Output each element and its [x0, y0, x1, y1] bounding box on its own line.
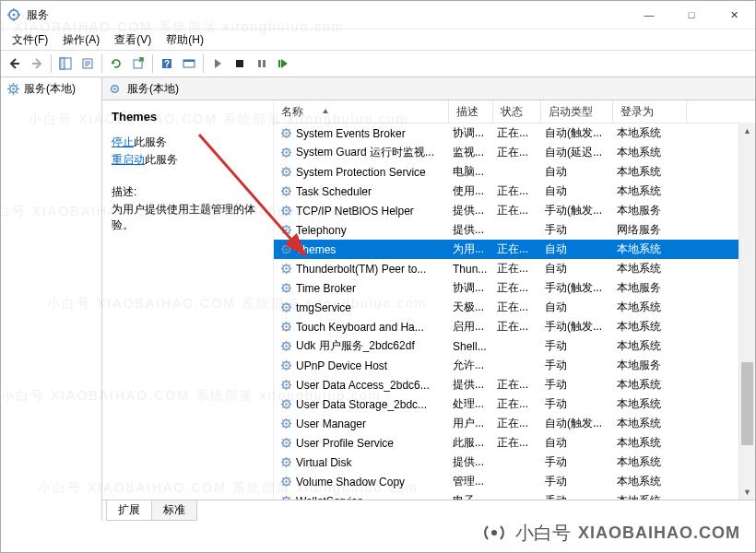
cell-description: 天极...: [449, 300, 493, 315]
help-button[interactable]: ?: [157, 53, 177, 74]
svg-line-144: [282, 330, 283, 331]
svg-line-31: [17, 92, 18, 93]
gear-icon: [279, 475, 293, 488]
svg-line-222: [282, 477, 283, 478]
forward-button[interactable]: [27, 53, 47, 74]
svg-line-123: [289, 291, 290, 292]
tab-standard[interactable]: 标准: [151, 500, 197, 521]
nav-services-local[interactable]: 服务(本地): [1, 77, 101, 100]
service-row[interactable]: User Data Access_2bdc6...提供...正在...手动本地系…: [274, 375, 755, 394]
scroll-thumb[interactable]: [741, 362, 753, 445]
svg-point-117: [285, 287, 287, 288]
list-header: 名称 描述 状态 启动类型 登录为: [274, 100, 755, 124]
cell-logon: 本地服务: [613, 358, 678, 373]
gear-icon: [279, 184, 293, 198]
back-button[interactable]: [5, 53, 25, 74]
svg-point-187: [285, 422, 287, 424]
console-button[interactable]: [179, 53, 199, 74]
svg-point-1: [13, 14, 16, 17]
menu-view[interactable]: 查看(V): [107, 30, 159, 50]
menu-help[interactable]: 帮助(H): [159, 30, 211, 50]
svg-line-223: [289, 485, 290, 486]
column-status[interactable]: 状态: [493, 100, 541, 123]
column-startup[interactable]: 启动类型: [541, 100, 613, 123]
svg-line-173: [289, 388, 290, 389]
svg-point-97: [285, 248, 287, 250]
cell-startup: 手动: [541, 493, 613, 500]
cell-description: Thun...: [449, 263, 493, 276]
scroll-up-icon[interactable]: ▲: [739, 123, 755, 138]
cell-name: System Protection Service: [274, 165, 449, 179]
gear-icon: [279, 436, 293, 450]
cell-logon: 本地服务: [613, 280, 678, 296]
cell-description: 此服...: [449, 435, 493, 451]
column-logon[interactable]: 登录为: [613, 100, 687, 123]
cell-name: Virtual Disk: [274, 455, 449, 469]
services-app-icon: [6, 7, 21, 22]
service-row[interactable]: System Events Broker协调...正在...自动(触发...本地…: [274, 124, 755, 143]
cell-logon: 本地系统: [613, 493, 678, 500]
stop-service-button[interactable]: [230, 53, 250, 74]
column-description[interactable]: 描述: [449, 100, 493, 123]
scroll-down-icon[interactable]: ▼: [739, 484, 755, 500]
gear-icon: [279, 494, 293, 500]
svg-line-93: [289, 233, 290, 234]
service-row[interactable]: System Protection Service电脑...自动本地系统: [274, 162, 755, 182]
cell-description: 提供...: [449, 377, 493, 393]
svg-line-122: [282, 284, 283, 285]
restart-service-link[interactable]: 重启动: [112, 153, 145, 166]
svg-line-132: [282, 303, 283, 304]
service-row[interactable]: Themes为用...正在...自动本地系统: [274, 240, 755, 259]
service-row[interactable]: Udk 用户服务_2bdc62dfShell...手动本地系统: [274, 336, 755, 356]
service-row[interactable]: Thunderbolt(TM) Peer to...Thun...正在...自动…: [274, 259, 755, 278]
cell-description: 用户...: [449, 416, 493, 431]
service-row[interactable]: tmgService天极...正在...自动本地系统: [274, 298, 755, 317]
show-hide-tree-button[interactable]: [55, 53, 76, 74]
menu-action[interactable]: 操作(A): [55, 30, 107, 50]
close-button[interactable]: ✕: [713, 1, 755, 29]
service-row[interactable]: User Profile Service此服...正在...自动本地系统: [274, 433, 755, 453]
broadcast-icon: [480, 519, 508, 547]
service-row[interactable]: Volume Shadow Copy管理...手动本地系统: [274, 472, 755, 491]
pause-service-button[interactable]: [252, 53, 272, 74]
service-row[interactable]: Task Scheduler使用...正在...自动本地系统: [274, 182, 755, 201]
service-row[interactable]: User Data Storage_2bdc...处理...正在...手动本地系…: [274, 394, 755, 414]
cell-startup: 手动(触发...: [541, 319, 613, 335]
cell-startup: 手动: [541, 222, 613, 238]
detail-panel: Themes 停止此服务 重启动此服务 描述: 为用户提供使用主题管理的体验。: [102, 100, 274, 500]
svg-line-162: [282, 361, 283, 362]
vertical-scrollbar[interactable]: ▲ ▼: [738, 123, 755, 500]
menu-file[interactable]: 文件(F): [5, 30, 55, 50]
service-row[interactable]: System Guard 运行时监视...监视...正在...自动(延迟...本…: [274, 143, 755, 162]
cell-name: Thunderbolt(TM) Peer to...: [274, 262, 449, 276]
properties-button[interactable]: [77, 53, 98, 74]
svg-line-152: [282, 342, 283, 343]
service-row[interactable]: WalletService电子...手动本地系统: [274, 491, 755, 500]
maximize-button[interactable]: □: [670, 1, 713, 29]
column-name[interactable]: 名称: [274, 100, 449, 123]
service-row[interactable]: Virtual Disk提供...手动本地系统: [274, 453, 755, 472]
refresh-button[interactable]: [106, 53, 126, 74]
restart-service-button[interactable]: [274, 53, 294, 74]
svg-line-83: [289, 214, 290, 215]
service-row[interactable]: Telephony提供...手动网络服务: [274, 220, 755, 240]
service-row[interactable]: TCP/IP NetBIOS Helper提供...正在...手动(触发...本…: [274, 201, 755, 220]
cell-name: TCP/IP NetBIOS Helper: [274, 204, 449, 218]
cell-name: Touch Keyboard and Ha...: [274, 320, 449, 334]
gear-icon: [6, 82, 20, 96]
service-row[interactable]: User Manager用户...正在...自动(触发...本地系统: [274, 414, 755, 433]
gear-icon: [279, 359, 293, 372]
minimize-button[interactable]: —: [628, 1, 670, 29]
sort-asc-icon: [322, 108, 329, 115]
svg-line-182: [282, 400, 283, 401]
tab-extended[interactable]: 扩展: [106, 500, 152, 521]
service-row[interactable]: Touch Keyboard and Ha...启用...正在...手动(触发.…: [274, 317, 755, 336]
service-row[interactable]: Time Broker协调...正在...手动(触发...本地服务: [274, 278, 755, 298]
gear-icon: [279, 281, 293, 295]
stop-service-link[interactable]: 停止: [112, 135, 134, 148]
svg-line-124: [282, 291, 283, 292]
export-list-button[interactable]: [128, 53, 148, 74]
svg-point-157: [285, 364, 287, 366]
start-service-button[interactable]: [207, 53, 228, 74]
service-row[interactable]: UPnP Device Host允许...手动本地服务: [274, 356, 755, 375]
